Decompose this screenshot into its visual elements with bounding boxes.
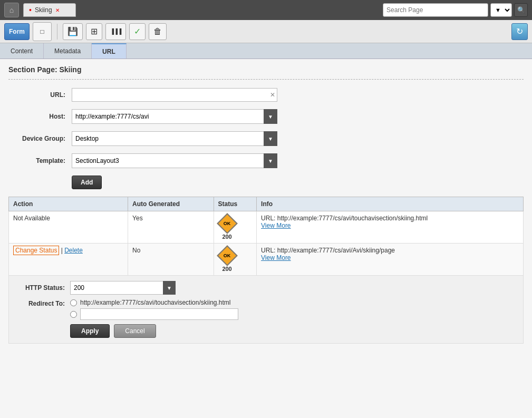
home-icon: ⌂ — [9, 6, 14, 14]
template-row: Template: SectionLayout3 ▼ — [8, 153, 524, 168]
content-area: Section Page: Skiing URL: ✕ Host: http:/… — [0, 59, 532, 418]
redirect-text-input[interactable] — [80, 308, 238, 320]
url-input[interactable] — [72, 88, 277, 102]
col-action: Action — [9, 197, 128, 211]
url-label: URL: — [8, 91, 72, 99]
check-button[interactable]: ✓ — [129, 23, 146, 40]
url-row: URL: ✕ — [8, 88, 524, 102]
toolbar: Form □ 💾 ⊞ ▐▐▐ ✓ 🗑 ↻ — [0, 20, 532, 43]
inline-form-row: HTTP Status: 200 301 302 404 ▼ — [9, 276, 524, 344]
redirect-radio-2[interactable] — [70, 311, 77, 318]
find-icon: ⊞ — [91, 26, 98, 36]
row2-info: URL: http://example:7777/cs/avi/Avi/skii… — [257, 244, 524, 276]
view-button[interactable]: ▐▐▐ — [105, 23, 126, 40]
device-group-row: Device Group: Desktop ▼ — [8, 131, 524, 146]
save-button[interactable]: 💾 — [63, 23, 83, 40]
page-title: Section Page: Skiing — [8, 65, 524, 74]
cancel-button[interactable]: Cancel — [114, 324, 156, 338]
redirect-to-label: Redirect To: — [17, 299, 70, 307]
http-status-row: HTTP Status: 200 301 302 404 ▼ — [17, 281, 515, 295]
template-select-wrapper: SectionLayout3 ▼ — [72, 153, 277, 168]
table-row-2: Change Status | Delete No OK 200 — [9, 244, 524, 276]
tab-label: Skiing — [35, 6, 52, 14]
row2-auto-generated: No — [128, 244, 214, 276]
row1-action-text: Not Available — [13, 215, 50, 222]
url-clear-icon[interactable]: ✕ — [270, 91, 275, 99]
device-group-select[interactable]: Desktop — [72, 131, 277, 146]
page-view-button[interactable]: □ — [33, 22, 52, 41]
view-icon: ▐▐▐ — [110, 28, 121, 34]
delete-button[interactable]: 🗑 — [149, 23, 167, 40]
ok-text-2: OK — [224, 253, 231, 258]
check-icon: ✓ — [134, 26, 141, 36]
row1-status: OK 200 — [214, 211, 257, 244]
search-bar: ▼ 🔍 — [383, 3, 528, 17]
status-badge-1: OK 200 — [218, 215, 236, 240]
http-status-select-wrapper: 200 301 302 404 ▼ — [70, 281, 176, 295]
tab-url[interactable]: URL — [92, 43, 127, 59]
inline-form-cell: HTTP Status: 200 301 302 404 ▼ — [9, 276, 524, 344]
apply-button[interactable]: Apply — [70, 324, 110, 338]
status-200-2: 200 — [222, 266, 231, 272]
tab-metadata[interactable]: Metadata — [44, 43, 92, 59]
search-dropdown[interactable]: ▼ — [490, 3, 512, 17]
http-status-label: HTTP Status: — [17, 284, 70, 291]
host-select[interactable]: http://example:7777/cs/avi — [72, 109, 277, 124]
col-info: Info — [257, 197, 524, 211]
search-input[interactable] — [383, 3, 488, 17]
delete-link[interactable]: Delete — [64, 247, 83, 254]
url-table: Action Auto Generated Status Info Not Av… — [8, 197, 524, 344]
form-button[interactable]: Form — [4, 23, 30, 40]
status-badge-2: OK 200 — [218, 247, 236, 272]
tab-unsaved-dot: • — [29, 6, 32, 14]
find-button[interactable]: ⊞ — [86, 23, 102, 40]
row1-info: URL: http://example:7777/cs/avi/touchavi… — [257, 211, 524, 244]
refresh-button[interactable]: ↻ — [511, 23, 528, 40]
action-buttons: Apply Cancel — [70, 324, 515, 338]
add-button[interactable]: Add — [72, 176, 102, 189]
close-icon[interactable]: ✕ — [55, 7, 60, 13]
url-input-wrapper: ✕ — [72, 88, 277, 102]
row2-action: Change Status | Delete — [9, 244, 128, 276]
col-status: Status — [214, 197, 257, 211]
template-select[interactable]: SectionLayout3 — [72, 153, 277, 168]
save-icon: 💾 — [67, 26, 78, 36]
tab-content[interactable]: Content — [0, 43, 44, 59]
table-header-row: Action Auto Generated Status Info — [9, 197, 524, 211]
change-status-link[interactable]: Change Status — [13, 246, 59, 255]
ok-text-1: OK — [224, 221, 231, 226]
refresh-icon: ↻ — [516, 26, 523, 36]
main-content: Section Page: Skiing URL: ✕ Host: http:/… — [0, 59, 532, 418]
home-button[interactable]: ⌂ — [4, 3, 19, 17]
tab-bar: Content Metadata URL — [0, 43, 532, 59]
row2-status: OK 200 — [214, 244, 257, 276]
redirect-option-1-text: http://example:7777/cs/avi/touchavisecti… — [80, 299, 230, 306]
title-bar: ⌂ • Skiing ✕ ▼ 🔍 — [0, 0, 532, 20]
row1-view-more[interactable]: View More — [261, 222, 291, 229]
page-icon: □ — [40, 28, 44, 35]
redirect-radio-row-1: http://example:7777/cs/avi/touchavisecti… — [70, 299, 238, 306]
device-group-label: Device Group: — [8, 135, 72, 142]
table-row: Not Available Yes OK 200 URL: h — [9, 211, 524, 244]
redirect-to-row: Redirect To: http://example:7777/cs/avi/… — [17, 299, 515, 320]
search-button[interactable]: 🔍 — [514, 3, 528, 17]
page-tab[interactable]: • Skiing ✕ — [23, 3, 76, 17]
row1-action: Not Available — [9, 211, 128, 244]
separator-1 — [57, 24, 57, 40]
row1-auto-generated: Yes — [128, 211, 214, 244]
host-label: Host: — [8, 113, 72, 120]
status-200-1: 200 — [222, 234, 231, 240]
row2-info-url: URL: http://example:7777/cs/avi/Avi/skii… — [261, 247, 519, 254]
search-icon: 🔍 — [517, 6, 525, 14]
delete-icon: 🗑 — [153, 27, 162, 36]
http-status-select[interactable]: 200 301 302 404 — [70, 281, 176, 295]
device-group-select-wrapper: Desktop ▼ — [72, 131, 277, 146]
row2-view-more[interactable]: View More — [261, 254, 291, 261]
form-label: Form — [9, 28, 25, 35]
host-select-wrapper: http://example:7777/cs/avi ▼ — [72, 109, 277, 124]
row1-info-url: URL: http://example:7777/cs/avi/touchavi… — [261, 215, 519, 222]
col-auto-generated: Auto Generated — [128, 197, 214, 211]
redirect-radio-row-2 — [70, 308, 238, 320]
redirect-radio-1[interactable] — [70, 299, 77, 306]
template-label: Template: — [8, 157, 72, 164]
